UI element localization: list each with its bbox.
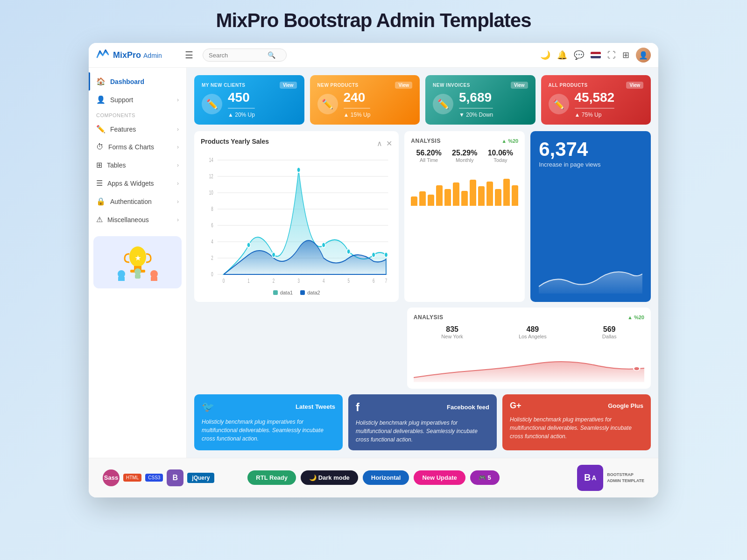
arrow-icon-2: ›: [177, 126, 179, 133]
horizontal-btn[interactable]: Horizontal: [363, 470, 409, 485]
hamburger-button[interactable]: ☰: [181, 48, 197, 63]
fullscreen-icon[interactable]: ⛶: [607, 50, 616, 60]
sidebar-label-support: Support: [110, 96, 133, 104]
arrow-icon-5: ›: [177, 180, 179, 187]
components-label: Components: [89, 109, 186, 120]
version-btn[interactable]: 🎮 5: [470, 470, 500, 485]
products-view[interactable]: View: [395, 82, 412, 89]
svg-point-35: [272, 252, 275, 257]
legend-data1: data1: [273, 290, 293, 295]
products-value: 240: [344, 91, 371, 105]
svg-text:2: 2: [211, 254, 213, 261]
sidebar-item-features[interactable]: ✏️ Features ›: [89, 120, 186, 138]
facebook-text: Holisticly benchmark plug imperatives fo…: [356, 419, 489, 444]
new-update-btn[interactable]: New Update: [414, 470, 465, 485]
clients-view[interactable]: View: [280, 82, 297, 89]
bell-icon[interactable]: 🔔: [557, 50, 567, 60]
clients-icon: ✏️: [202, 94, 222, 114]
moon-icon[interactable]: 🌙: [540, 50, 550, 60]
gplus-icon: G+: [510, 401, 521, 411]
svg-text:1: 1: [247, 277, 250, 284]
svg-text:3: 3: [297, 277, 300, 284]
twitter-title: Latest Tweets: [296, 403, 335, 410]
products-label: NEW PRODUCTS: [317, 83, 359, 88]
flag-icon[interactable]: [591, 52, 601, 58]
stat-card-clients: MY NEW CLIENTS View ✏️ 450 ▲ 20% Up: [194, 75, 304, 125]
sidebar-label-forms: Forms & Charts: [108, 143, 154, 151]
bar-11: [495, 189, 501, 206]
settings-icon[interactable]: ⊞: [622, 50, 629, 60]
page-title: MixPro Bootstrap Admin Templates: [9, 9, 738, 32]
chart-expand-btn[interactable]: ∧: [377, 139, 382, 148]
search-bar[interactable]: 🔍: [203, 49, 287, 62]
newyork-value: 835: [441, 325, 463, 334]
rtl-ready-btn[interactable]: RTL Ready: [247, 470, 296, 485]
invoices-icon: ✏️: [433, 94, 453, 114]
tables-icon: ⊞: [96, 161, 102, 169]
alltime-value: 56.20%: [416, 149, 441, 157]
twitter-icon: 🐦: [202, 401, 214, 413]
chart-close-btn[interactable]: ✕: [386, 139, 392, 148]
logo-icon: [96, 49, 110, 61]
sidebar-item-dashboard[interactable]: 🏠 Dashboard: [89, 72, 186, 91]
all-products-view[interactable]: View: [626, 82, 643, 89]
svg-point-37: [322, 242, 325, 247]
search-icon: 🔍: [268, 51, 275, 59]
features-icon: ✏️: [96, 125, 106, 133]
sass-badge: Sass: [103, 469, 120, 486]
topbar: MixPro Admin ☰ 🔍 🌙 🔔 💬 ⛶ ⊞ 👤: [89, 43, 658, 68]
monthly-label: Monthly: [452, 157, 477, 163]
svg-point-8: [134, 268, 141, 275]
analysis-card-2: ANALYSIS ▲ %20 835 New York 489 Los Ange…: [407, 308, 651, 389]
svg-point-34: [247, 242, 250, 247]
svg-text:0: 0: [211, 271, 213, 277]
page-views-card: 6,374 Increase in page views: [530, 131, 651, 302]
dallas-value: 569: [602, 325, 617, 334]
all-products-value: 45,582: [575, 91, 615, 105]
sidebar-item-forms-charts[interactable]: ⏱ Forms & Charts ›: [89, 138, 186, 156]
logo-admin: Admin: [143, 52, 162, 59]
svg-text:5: 5: [347, 277, 350, 284]
avatar[interactable]: 👤: [636, 48, 651, 63]
sidebar-label-tables: Tables: [107, 161, 126, 169]
sidebar-item-misc[interactable]: ⚠ Miscellaneous ›: [89, 210, 186, 229]
dark-mode-btn[interactable]: 🌙 Dark mode: [301, 470, 358, 485]
sidebar-label-auth: Authentication: [110, 198, 152, 205]
today-value: 10.06%: [488, 149, 513, 157]
la-label: Los Angeles: [519, 334, 547, 339]
stat-card-all-products: ALL PRODUCTS View ✏️ 45,582 ▲ 75% Up: [541, 75, 651, 125]
svg-point-39: [372, 252, 375, 257]
search-input[interactable]: [209, 52, 265, 59]
analysis2-badge: ▲ %20: [627, 315, 644, 320]
stat-cards: MY NEW CLIENTS View ✏️ 450 ▲ 20% Up: [194, 75, 651, 125]
svg-point-41: [634, 367, 640, 371]
arrow-icon: ›: [177, 97, 179, 103]
sidebar-item-auth[interactable]: 🔒 Authentication ›: [89, 192, 186, 210]
bar-chart: [411, 168, 518, 206]
chat-icon[interactable]: 💬: [574, 50, 584, 60]
sidebar-item-support[interactable]: 👤 Support ›: [89, 91, 186, 109]
sidebar-promo: ★: [93, 236, 182, 288]
newyork-label: New York: [441, 334, 463, 339]
logo-text: MixPro Admin: [113, 50, 162, 60]
sidebar-item-apps[interactable]: ☰ Apps & Widgets ›: [89, 174, 186, 192]
clients-label: MY NEW CLIENTS: [202, 83, 245, 88]
invoices-view[interactable]: View: [511, 82, 528, 89]
auth-icon: 🔒: [96, 197, 106, 206]
clients-value: 450: [228, 91, 255, 105]
legend-data2: data2: [300, 290, 320, 295]
forms-icon: ⏱: [96, 143, 104, 151]
stat-today: 10.06% Today: [488, 149, 513, 163]
analysis1-badge: ▲ %20: [501, 138, 518, 144]
sidebar-item-tables[interactable]: ⊞ Tables ›: [89, 156, 186, 174]
alltime-label: All Time: [416, 157, 441, 163]
stat-dallas: 569 Dallas: [602, 325, 617, 339]
arrow-icon-7: ›: [177, 217, 179, 223]
clients-change: ▲ 20% Up: [228, 112, 255, 118]
analysis2-label: ANALYSIS: [414, 314, 444, 321]
svg-text:8: 8: [211, 205, 213, 212]
bar-12: [503, 179, 510, 206]
svg-text:0: 0: [223, 277, 225, 284]
sidebar-label-misc: Miscellaneous: [107, 216, 149, 224]
bottom-bar: Sass HTML CSS3 B jQuery RTL Ready 🌙 Dark…: [89, 458, 658, 497]
